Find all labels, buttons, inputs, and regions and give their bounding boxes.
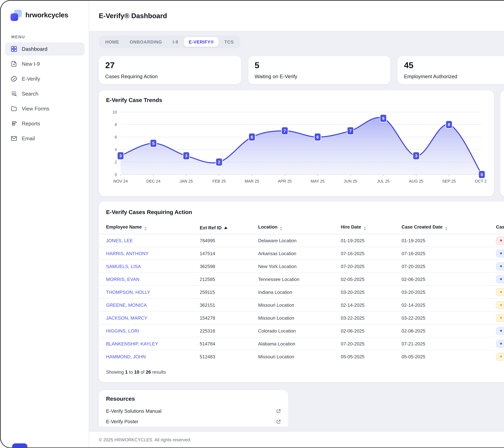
table-row: JONES, LEE 784995 Delaware Location 01-1…: [99, 234, 504, 247]
svg-text:6: 6: [115, 135, 117, 139]
resources-title: Resources: [106, 396, 281, 402]
stat-card-cases-requiring-action: 27 Cases Requiring Action: [99, 56, 241, 84]
column-header-employee-name[interactable]: Employee Name: [99, 221, 200, 234]
status-dot-icon: [500, 330, 502, 332]
table-row: HIGGINS, LORI 225316 Colorado Location 0…: [99, 324, 504, 337]
folder-icon: [11, 105, 17, 112]
svg-text:8: 8: [448, 122, 450, 127]
sidebar-item-label: New I-9: [22, 61, 40, 67]
svg-text:APR 25: APR 25: [278, 179, 292, 183]
svg-text:4: 4: [115, 147, 117, 152]
status-dot-icon: [500, 240, 502, 241]
sidebar-item-e-verify[interactable]: E-Verify: [5, 72, 85, 86]
case-trends-card: E-Verify Case Trends 0246810NOV 24DEC 24…: [99, 90, 494, 196]
sidebar-item-email[interactable]: Email: [5, 132, 85, 145]
stat-cards: 27 Cases Requiring Action 5 Waiting on E…: [99, 56, 504, 84]
content: HOME ONBOARDING I-9 E-VERIFY® TCS 27 Cas…: [89, 32, 504, 426]
cases-table-title: E-Verify Cases Requiring Action: [106, 209, 192, 215]
cases-table-card: E-Verify Cases Requiring Action Employee…: [99, 202, 504, 382]
sidebar-item-reports[interactable]: Reports: [5, 117, 85, 130]
svg-text:NOV 24: NOV 24: [113, 179, 128, 183]
tab-i9[interactable]: I-9: [168, 37, 183, 47]
tab-tcs[interactable]: TCS: [219, 37, 239, 47]
employee-name-link[interactable]: HIGGINS, LORI: [106, 328, 139, 333]
tab-e-verify[interactable]: E-VERIFY®: [184, 37, 219, 47]
status-badge: Review Case: [496, 288, 504, 296]
table-row: SAMUELS, LISA 362598 New York Location 0…: [99, 260, 504, 273]
external-link-icon: [276, 409, 281, 414]
status-breakdown-card: E-Verify Case Status Breakdown 25143Tota…: [500, 90, 504, 196]
employee-name-link[interactable]: JACKSON, MARCY: [106, 315, 147, 320]
table-row: HARRIS, ANTHONY 147514 Arkansas Location…: [99, 247, 504, 260]
hrworkcycles-logo-icon: [11, 10, 22, 21]
svg-text:7: 7: [284, 128, 286, 133]
svg-text:8: 8: [115, 122, 117, 127]
status-dot-icon: [500, 252, 502, 254]
column-header-hire-date[interactable]: Hire Date: [341, 221, 402, 234]
sort-icon: [364, 226, 366, 231]
table-row: BLANKENSHIP, KAYLEY 514784 Alabama Locat…: [99, 337, 504, 350]
svg-text:6: 6: [316, 135, 319, 139]
sidebar-item-view-forms[interactable]: View Forms: [5, 102, 85, 115]
column-header-case-status[interactable]: Case Status: [496, 221, 504, 234]
sidebar-item-dashboard[interactable]: Dashboard: [5, 42, 85, 56]
list-search-icon: [11, 90, 17, 97]
badge-check-icon: [11, 75, 17, 82]
copyright: © 2025 HRWORKCYCLES. All rights reserved…: [99, 437, 191, 442]
sidebar-item-search[interactable]: Search: [5, 87, 85, 100]
svg-text:MAR 25: MAR 25: [245, 179, 259, 183]
svg-text:OCT 25: OCT 25: [475, 179, 487, 183]
status-badge: Review Case: [496, 314, 504, 322]
employee-name-link[interactable]: GREENE, MONICA: [106, 303, 147, 307]
envelope-icon: [11, 135, 17, 142]
employee-name-link[interactable]: JONES, LEE: [106, 238, 133, 243]
table-row: JACKSON, MARCY 154278 Missouri Location …: [99, 311, 504, 324]
sidebar-item-new-i9[interactable]: New I-9: [5, 57, 85, 70]
status-dot-icon: [500, 278, 502, 280]
svg-text:0: 0: [481, 172, 483, 177]
svg-text:3: 3: [119, 154, 122, 158]
status-badge: Final Nonconfirmation: [496, 236, 504, 244]
column-header-case-created-date[interactable]: Case Created Date: [402, 221, 496, 234]
tab-onboarding[interactable]: ONBOARDING: [125, 37, 167, 47]
dashboard-grid-icon: [11, 46, 17, 52]
bottom-left-widget[interactable]: [12, 443, 27, 448]
logo-text: hrworkcycles: [25, 11, 68, 19]
svg-text:JAN 25: JAN 25: [180, 179, 193, 183]
svg-text:10: 10: [112, 110, 117, 114]
employee-name-link[interactable]: HAMMOND, JOHN: [106, 354, 146, 359]
employee-name-link[interactable]: HARRIS, ANTHONY: [106, 251, 149, 256]
svg-text:JUN 25: JUN 25: [344, 179, 357, 183]
status-dot-icon: [500, 265, 502, 267]
svg-text:6: 6: [251, 135, 253, 139]
svg-text:7: 7: [349, 128, 352, 133]
resource-link-e-verify-poster[interactable]: E-Verify Poster: [106, 416, 281, 426]
stat-value: 45: [404, 60, 504, 70]
status-dot-icon: [500, 356, 502, 358]
tab-home[interactable]: HOME: [100, 37, 124, 47]
table-row: MORRIS, EVAN 212585 Tennessee Location 0…: [99, 273, 504, 286]
svg-text:9: 9: [382, 116, 384, 121]
column-header-location[interactable]: Location: [258, 221, 341, 234]
table-row: THOMPSON, HOLLY 259115 Indiana Location …: [99, 286, 504, 298]
status-badge: Review Case: [496, 352, 504, 361]
employee-name-link[interactable]: MORRIS, EVAN: [106, 277, 139, 281]
resources-card: Resources E-Verify Solutions Manual E-Ve…: [99, 390, 288, 426]
stat-label: Waiting on E-Verify: [255, 74, 384, 79]
column-header-ext-ref-id[interactable]: Ext Ref ID: [200, 221, 258, 234]
report-bars-icon: [11, 120, 17, 127]
stat-label: Cases Requiring Action: [105, 74, 234, 79]
sort-icon: [280, 226, 282, 231]
svg-text:3: 3: [185, 154, 187, 158]
stat-value: 27: [105, 60, 234, 70]
svg-text:JUL 25: JUL 25: [377, 179, 390, 183]
employee-name-link[interactable]: THOMPSON, HOLLY: [106, 290, 150, 294]
employee-name-link[interactable]: SAMUELS, LISA: [106, 264, 141, 269]
topbar: E-Verify® Dashboard HA HRW ADMIN-GEN DEM…: [89, 1, 504, 32]
employee-name-link[interactable]: BLANKENSHIP, KAYLEY: [106, 341, 158, 346]
sidebar-nav: Dashboard New I-9 E-Verify Search: [1, 42, 89, 145]
stat-card-waiting: 5 Waiting on E-Verify: [248, 56, 390, 84]
resource-link-solutions-manual[interactable]: E-Verify Solutions Manual: [106, 406, 281, 416]
svg-text:0: 0: [115, 172, 117, 177]
menu-section-label: MENU: [11, 35, 89, 39]
